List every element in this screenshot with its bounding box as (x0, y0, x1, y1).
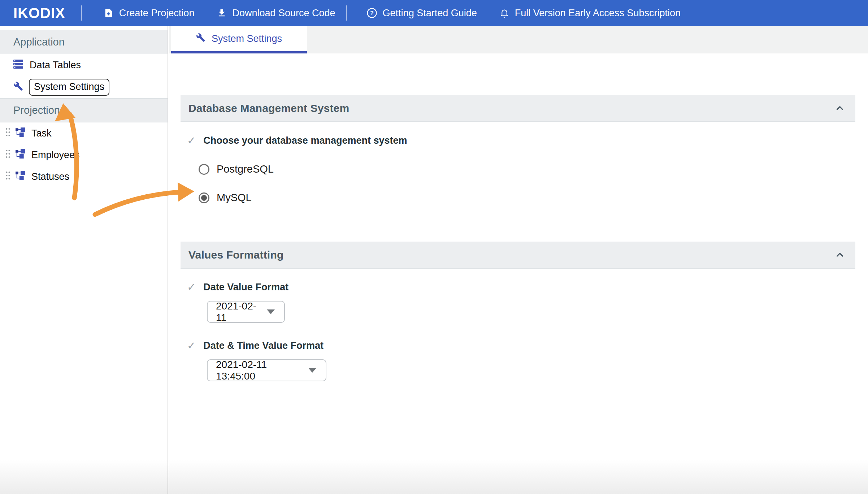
panel-values-title: Values Formatting (188, 249, 283, 261)
panel-database-body: ✓ Choose your database management system… (181, 134, 855, 227)
field-label-row: ✓ Date & Time Value Format (187, 339, 855, 352)
sidebar-item-system-settings-label: System Settings (29, 79, 109, 96)
wrench-icon (13, 81, 23, 94)
question-row: ✓ Choose your database management system (187, 134, 855, 147)
drag-handle-icon[interactable] (5, 127, 10, 139)
radio-option-mysql[interactable]: MySQL (199, 192, 855, 204)
topbar-divider (346, 5, 347, 21)
tab-system-settings-label: System Settings (212, 33, 282, 44)
help-circle-icon: ? (366, 8, 377, 18)
sidebar-section-application: Application (0, 30, 168, 54)
tab-bar: System Settings (169, 26, 868, 53)
panel-values-header: Values Formatting (181, 242, 855, 269)
full-version-subscription-label: Full Version Early Access Subscription (515, 8, 681, 19)
sidebar: Application Data Tables S (0, 26, 168, 494)
top-bar: IKODIX Create Projection Download Source… (0, 0, 868, 26)
download-icon (217, 8, 227, 18)
checkmark-icon: ✓ (187, 134, 196, 147)
collapse-panel-button[interactable] (833, 101, 847, 115)
date-format-value: 2021-02-11 (216, 300, 260, 324)
wrench-icon (196, 33, 205, 45)
bell-icon (499, 8, 509, 18)
radio-checked-icon[interactable] (199, 192, 209, 203)
datetime-format-select[interactable]: 2021-02-11 13:45:00 (207, 359, 326, 381)
sidebar-item-system-settings[interactable]: System Settings (0, 76, 168, 98)
sidebar-item-data-tables-label: Data Tables (30, 60, 81, 71)
drag-handle-icon[interactable] (5, 171, 10, 183)
data-tables-icon (13, 60, 23, 71)
sidebar-section-projections-title: Projections (13, 104, 65, 116)
download-source-code-label: Download Source Code (232, 8, 335, 19)
projection-tree-icon (15, 127, 25, 140)
checkmark-icon: ✓ (187, 281, 196, 293)
create-projection-button[interactable]: Create Projection (104, 8, 195, 19)
date-format-select[interactable]: 2021-02-11 (207, 301, 285, 323)
full-version-subscription-button[interactable]: Full Version Early Access Subscription (499, 8, 681, 19)
panel-database-header: Database Management System (181, 95, 855, 122)
sidebar-item-task-label: Task (31, 128, 52, 139)
projection-tree-icon (15, 149, 25, 161)
topbar-divider (81, 5, 82, 21)
getting-started-guide-button[interactable]: ? Getting Started Guide (366, 8, 477, 19)
panel-database-management-system: Database Management System ✓ Choose your… (181, 95, 855, 227)
field-label-row: ✓ Date Value Format (187, 281, 855, 293)
drag-handle-icon[interactable] (5, 149, 10, 161)
getting-started-guide-label: Getting Started Guide (383, 8, 477, 19)
download-source-code-button[interactable]: Download Source Code (217, 8, 335, 19)
sidebar-item-data-tables[interactable]: Data Tables (0, 54, 168, 76)
svg-text:?: ? (370, 10, 374, 16)
app-logo: IKODIX (13, 5, 65, 21)
app-window: IKODIX Create Projection Download Source… (0, 0, 868, 494)
datetime-format-value: 2021-02-11 13:45:00 (216, 359, 301, 382)
sidebar-item-employees-label: Employees (31, 150, 80, 161)
caret-down-icon (267, 309, 275, 314)
sidebar-item-employees[interactable]: Employees (0, 144, 168, 166)
sidebar-section-application-title: Application (13, 36, 65, 48)
panel-values-body: ✓ Date Value Format 2021-02-11 ✓ Date & … (181, 281, 855, 392)
radio-option-postgresql-label: PostgreSQL (217, 163, 274, 175)
chevron-up-icon (834, 256, 845, 261)
sidebar-item-statuses[interactable]: Statuses (0, 166, 168, 187)
collapse-panel-button[interactable] (833, 248, 847, 262)
radio-unchecked-icon[interactable] (199, 164, 209, 175)
datetime-format-label: Date & Time Value Format (203, 340, 324, 351)
panel-values-formatting: Values Formatting ✓ Date Value Format 20… (181, 242, 855, 392)
caret-down-icon (308, 368, 316, 373)
main-content: Database Management System ✓ Choose your… (169, 53, 868, 494)
tab-system-settings[interactable]: System Settings (171, 26, 307, 53)
panel-database-title: Database Management System (188, 102, 349, 114)
projection-tree-icon (15, 170, 25, 183)
question-label: Choose your database management system (203, 135, 407, 146)
sidebar-section-projections: Projections (0, 98, 168, 122)
date-format-label: Date Value Format (203, 282, 288, 293)
radio-option-mysql-label: MySQL (217, 192, 252, 204)
file-plus-icon (104, 8, 114, 18)
sidebar-item-statuses-label: Statuses (31, 171, 69, 182)
radio-option-postgresql[interactable]: PostgreSQL (199, 163, 855, 175)
sidebar-item-task[interactable]: Task (0, 122, 168, 144)
chevron-up-icon (834, 109, 845, 115)
create-projection-label: Create Projection (119, 8, 195, 19)
checkmark-icon: ✓ (187, 339, 196, 352)
